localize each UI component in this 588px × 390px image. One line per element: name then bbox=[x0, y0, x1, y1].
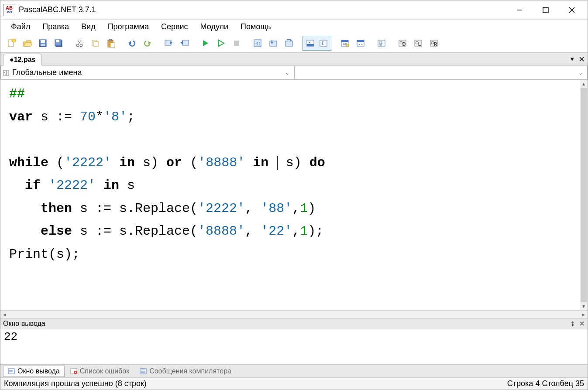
menu-bar: Файл Правка Вид Программа Сервис Модули … bbox=[0, 20, 588, 34]
svg-rect-9 bbox=[41, 44, 45, 46]
output-panel[interactable]: 22 bbox=[0, 329, 588, 364]
svg-point-45 bbox=[346, 44, 349, 47]
output-panel-header: Окно вывода ✕ bbox=[0, 318, 588, 329]
menu-file[interactable]: Файл bbox=[5, 21, 36, 33]
bottom-tab-label: Сообщения компилятора bbox=[149, 367, 231, 375]
open-file-icon[interactable] bbox=[20, 36, 34, 51]
new-form-icon[interactable]: AB bbox=[337, 36, 352, 51]
toolbar: 01 I AB CODE D L R bbox=[0, 34, 588, 53]
output-text: 22 bbox=[4, 330, 17, 343]
menu-service[interactable]: Сервис bbox=[155, 21, 194, 33]
menu-modules[interactable]: Модули bbox=[194, 21, 234, 33]
undo-icon[interactable] bbox=[124, 36, 139, 51]
run-icon[interactable] bbox=[198, 36, 213, 51]
output-tab-icon bbox=[8, 368, 15, 375]
svg-marker-29 bbox=[219, 40, 224, 46]
svg-text:01: 01 bbox=[255, 41, 261, 47]
scope-icon: {} bbox=[3, 69, 10, 77]
svg-marker-27 bbox=[180, 41, 183, 44]
horizontal-scrollbar[interactable]: ◂ ▸ bbox=[0, 310, 588, 318]
save-icon[interactable] bbox=[35, 36, 50, 51]
toggle-output-icon[interactable] bbox=[304, 37, 317, 50]
svg-marker-28 bbox=[203, 40, 208, 46]
vertical-scrollbar[interactable]: ▴ ▾ bbox=[580, 80, 588, 310]
save-all-icon[interactable] bbox=[51, 36, 66, 51]
maximize-button[interactable] bbox=[533, 1, 559, 19]
close-panel-icon[interactable]: ✕ bbox=[579, 320, 585, 328]
step-into-icon[interactable] bbox=[266, 36, 281, 51]
errors-tab-icon bbox=[70, 368, 77, 375]
svg-rect-20 bbox=[109, 39, 112, 41]
svg-point-14 bbox=[80, 44, 83, 47]
scope-dropdown[interactable]: {} Глобальные имена ⌄ bbox=[0, 66, 294, 79]
svg-rect-43 bbox=[341, 40, 348, 42]
window-title: PascalABC.NET 3.7.1 bbox=[19, 5, 96, 14]
bottom-tab-errors[interactable]: Список ошибок bbox=[65, 366, 134, 377]
toggle-immediate-icon[interactable]: I bbox=[317, 37, 330, 50]
menu-edit[interactable]: Правка bbox=[36, 21, 75, 33]
svg-text:DE: DE bbox=[379, 44, 382, 47]
chevron-down-icon: ⌄ bbox=[282, 70, 292, 76]
cut-icon[interactable] bbox=[72, 36, 87, 51]
nav-back-icon[interactable] bbox=[161, 36, 176, 51]
compile-icon[interactable]: 01 bbox=[250, 36, 265, 51]
bottom-tab-output[interactable]: Окно вывода bbox=[3, 366, 65, 377]
watch-d-icon[interactable]: D bbox=[395, 36, 410, 51]
close-button[interactable] bbox=[559, 1, 585, 19]
messages-tab-icon bbox=[140, 368, 147, 375]
svg-rect-1 bbox=[543, 7, 548, 13]
svg-rect-21 bbox=[110, 43, 115, 48]
scroll-up-icon[interactable]: ▴ bbox=[580, 80, 588, 88]
redo-icon[interactable] bbox=[140, 36, 155, 51]
svg-rect-33 bbox=[270, 41, 277, 46]
view-toggle-group: I bbox=[303, 36, 331, 51]
svg-point-49 bbox=[361, 44, 362, 45]
window-controls bbox=[506, 1, 585, 19]
pin-icon[interactable] bbox=[570, 321, 576, 327]
status-left: Компиляция прошла успешно (8 строк) bbox=[4, 379, 147, 388]
tab-close-icon[interactable]: ✕ bbox=[578, 55, 585, 64]
tab-dropdown-icon[interactable]: ▼ bbox=[569, 56, 575, 62]
paste-icon[interactable] bbox=[103, 36, 118, 51]
menu-help[interactable]: Помощь bbox=[234, 21, 277, 33]
file-tab[interactable]: ●12.pas bbox=[3, 54, 42, 66]
tab-strip: ●12.pas ▼ ✕ bbox=[0, 53, 588, 66]
svg-rect-47 bbox=[357, 40, 364, 42]
new-file-icon[interactable] bbox=[4, 36, 19, 51]
bottom-tabs: Окно вывода Список ошибок Сообщения комп… bbox=[0, 364, 588, 377]
svg-rect-38 bbox=[307, 44, 314, 46]
svg-rect-30 bbox=[234, 41, 239, 46]
stop-icon[interactable] bbox=[229, 36, 244, 51]
copy-icon[interactable] bbox=[88, 36, 103, 51]
svg-text:{}: {} bbox=[4, 70, 7, 75]
nav-forward-icon[interactable] bbox=[177, 36, 192, 51]
file-tab-label: ●12.pas bbox=[10, 56, 35, 64]
menu-view[interactable]: Вид bbox=[75, 21, 102, 33]
code-icon[interactable]: CODE bbox=[374, 36, 389, 51]
svg-text:I: I bbox=[322, 40, 324, 46]
menu-program[interactable]: Программа bbox=[102, 21, 155, 33]
step-over-icon[interactable] bbox=[282, 36, 296, 51]
form-designer-icon[interactable] bbox=[353, 36, 368, 51]
watch-l-icon[interactable]: L bbox=[411, 36, 426, 51]
bottom-tab-label: Список ошибок bbox=[80, 367, 129, 375]
scroll-right-icon[interactable]: ▸ bbox=[580, 311, 588, 318]
scope-row: {} Глобальные имена ⌄ ⌄ bbox=[0, 66, 588, 80]
svg-rect-8 bbox=[41, 40, 45, 43]
scroll-down-icon[interactable]: ▾ bbox=[580, 302, 588, 310]
svg-point-48 bbox=[359, 44, 360, 45]
chevron-down-icon: ⌄ bbox=[576, 70, 585, 76]
svg-point-13 bbox=[76, 44, 79, 47]
bottom-tab-messages[interactable]: Сообщения компилятора bbox=[135, 366, 236, 377]
svg-rect-35 bbox=[285, 41, 292, 46]
scroll-thumb[interactable] bbox=[581, 88, 587, 302]
svg-rect-26 bbox=[182, 40, 189, 45]
run-no-debug-icon[interactable] bbox=[213, 36, 228, 51]
member-dropdown[interactable]: ⌄ bbox=[294, 66, 588, 79]
watch-r-icon[interactable]: R bbox=[426, 36, 441, 51]
scroll-left-icon[interactable]: ◂ bbox=[0, 311, 8, 318]
code-editor[interactable]: ## var s := 70*'8'; while ('2222' in s) … bbox=[0, 80, 588, 310]
svg-rect-12 bbox=[56, 40, 59, 42]
minimize-button[interactable] bbox=[506, 1, 533, 19]
bottom-tab-label: Окно вывода bbox=[17, 367, 60, 375]
